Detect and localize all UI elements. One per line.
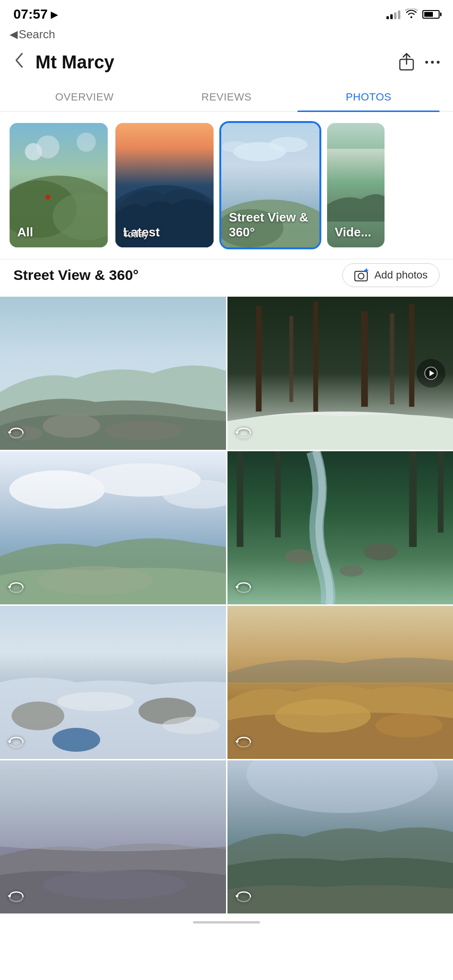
- svg-point-54: [162, 717, 220, 734]
- svg-rect-43: [275, 451, 281, 537]
- battery-fill: [424, 12, 433, 17]
- svg-rect-41: [227, 451, 453, 604]
- svg-point-46: [284, 549, 313, 564]
- page-header: Mt Marcy: [0, 47, 453, 83]
- photo-cell-2[interactable]: [227, 297, 453, 450]
- photo-cell-6[interactable]: [227, 606, 453, 759]
- svg-point-53: [57, 692, 134, 711]
- add-photos-label: Add photos: [374, 269, 428, 281]
- play-button-overlay-2[interactable]: [417, 359, 445, 388]
- svg-rect-42: [237, 451, 243, 547]
- category-all-label: All: [17, 225, 33, 240]
- category-street[interactable]: Street View & 360°: [221, 123, 319, 247]
- more-button[interactable]: [425, 59, 440, 66]
- add-photos-button[interactable]: Add photos: [342, 263, 440, 287]
- svg-rect-30: [361, 311, 368, 407]
- category-latest[interactable]: Latest Today: [115, 123, 214, 247]
- svg-point-57: [375, 713, 442, 737]
- svg-point-1: [425, 61, 428, 64]
- svg-point-56: [275, 699, 371, 733]
- panorama-icon-8: [235, 891, 252, 906]
- status-left: 07:57 ▶: [13, 7, 58, 22]
- svg-point-25: [105, 421, 181, 440]
- panorama-icon-1: [8, 427, 25, 442]
- svg-point-10: [77, 133, 96, 152]
- share-button[interactable]: [398, 53, 415, 72]
- svg-point-47: [340, 565, 363, 577]
- tab-reviews[interactable]: REVIEWS: [156, 83, 298, 111]
- svg-point-40: [38, 566, 153, 595]
- tab-photos[interactable]: PHOTOS: [297, 83, 440, 111]
- panorama-icon-5: [8, 736, 25, 751]
- category-latest-sublabel: Today: [123, 229, 148, 247]
- photo-cell-7[interactable]: [0, 760, 226, 913]
- back-nav-label: Search: [19, 28, 55, 41]
- photo-categories: All Latest T: [0, 111, 453, 259]
- svg-rect-31: [409, 304, 414, 407]
- tabs: OVERVIEW REVIEWS PHOTOS: [0, 83, 453, 111]
- signal-icon: [386, 10, 400, 19]
- panorama-icon-6: [235, 736, 252, 751]
- panorama-icon-2: [235, 427, 252, 442]
- scroll-bar: [193, 921, 260, 924]
- svg-rect-44: [409, 451, 417, 547]
- section-header: Street View & 360° Add photos: [0, 259, 453, 297]
- category-all[interactable]: All: [10, 123, 108, 247]
- photo-cell-8[interactable]: [227, 760, 453, 913]
- header-actions: [398, 53, 440, 72]
- status-right: [386, 9, 440, 21]
- svg-rect-33: [390, 313, 394, 404]
- photo-cell-3[interactable]: [0, 451, 226, 604]
- svg-point-24: [43, 414, 100, 438]
- svg-point-59: [43, 870, 186, 899]
- svg-rect-28: [256, 306, 261, 412]
- tab-overview[interactable]: OVERVIEW: [13, 83, 156, 111]
- back-nav[interactable]: ◀ Search: [0, 26, 453, 47]
- back-chevron-icon: ◀: [10, 28, 18, 41]
- header-left: Mt Marcy: [13, 51, 114, 74]
- panorama-icon-3: [8, 581, 25, 597]
- svg-point-9: [36, 135, 59, 158]
- battery-icon: [422, 10, 440, 19]
- back-button[interactable]: [13, 51, 26, 74]
- svg-point-11: [45, 195, 50, 200]
- category-street-label: Street View & 360°: [229, 210, 319, 240]
- svg-point-3: [437, 61, 440, 64]
- panorama-icon-7: [8, 891, 25, 906]
- page-title: Mt Marcy: [35, 52, 114, 73]
- location-arrow-icon: ▶: [51, 9, 58, 20]
- section-title: Street View & 360°: [13, 267, 139, 283]
- photo-grid: [0, 297, 453, 913]
- wifi-icon: [405, 9, 418, 21]
- svg-point-16: [269, 137, 307, 152]
- panorama-icon-4: [235, 581, 252, 597]
- scroll-indicator: [0, 913, 453, 927]
- svg-rect-45: [438, 451, 443, 533]
- svg-rect-29: [313, 301, 318, 412]
- photo-cell-5[interactable]: [0, 606, 226, 759]
- svg-point-51: [11, 702, 64, 730]
- category-video[interactable]: Vide...: [327, 123, 385, 247]
- svg-rect-32: [289, 316, 293, 402]
- photo-cell-1[interactable]: [0, 297, 226, 450]
- svg-point-48: [363, 543, 397, 560]
- svg-point-2: [431, 61, 434, 64]
- photo-cell-4[interactable]: [227, 451, 453, 604]
- status-bar: 07:57 ▶: [0, 0, 453, 26]
- svg-point-22: [358, 273, 364, 279]
- svg-point-17: [221, 141, 250, 153]
- svg-point-50: [52, 728, 100, 752]
- status-time: 07:57: [13, 7, 48, 22]
- category-video-label: Vide...: [335, 225, 371, 240]
